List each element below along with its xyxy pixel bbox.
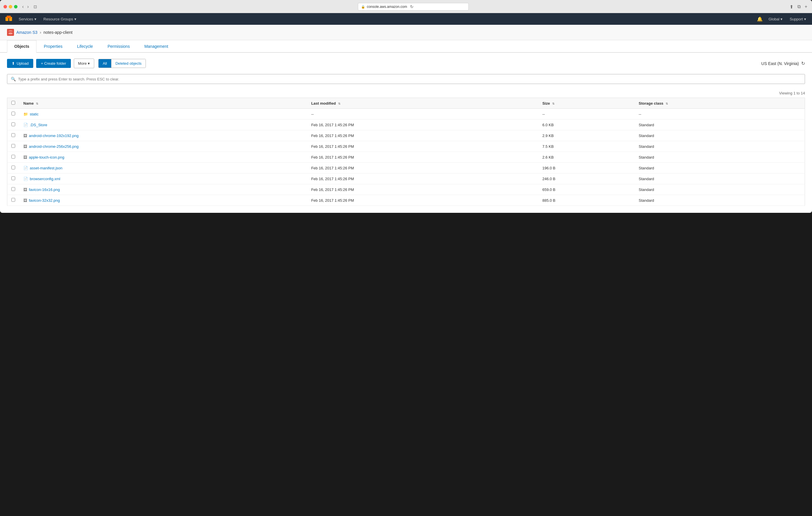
row-checkbox[interactable] bbox=[11, 122, 15, 126]
file-icon: 📄 bbox=[23, 166, 28, 170]
last-modified-cell: Feb 16, 2017 1:45:26 PM bbox=[307, 174, 539, 184]
row-checkbox[interactable] bbox=[11, 176, 15, 180]
tab-permissions[interactable]: Permissions bbox=[100, 40, 137, 53]
storage-class-column-header: Storage class ⇅ bbox=[635, 98, 805, 109]
services-nav-item[interactable]: Services ▾ bbox=[18, 13, 38, 25]
table-header-row: Name ⇅ Last modified ⇅ Size ⇅ Storage cl… bbox=[7, 98, 805, 109]
tab-lifecycle[interactable]: Lifecycle bbox=[70, 40, 100, 53]
action-bar: ⬆ Upload + Create folder More ▾ All Dele… bbox=[0, 53, 812, 74]
viewing-info: Viewing 1 to 14 bbox=[7, 89, 805, 98]
file-icon: 📄 bbox=[23, 123, 28, 127]
file-name-link[interactable]: asset-manifest.json bbox=[30, 166, 62, 170]
name-column-header: Name ⇅ bbox=[19, 98, 307, 109]
add-button[interactable]: + bbox=[804, 4, 809, 10]
row-checkbox[interactable] bbox=[11, 187, 15, 191]
last-modified-sort-icon[interactable]: ⇅ bbox=[338, 102, 340, 105]
file-name-link[interactable]: favicon-32x32.png bbox=[29, 198, 60, 203]
support-nav-item[interactable]: Support ▾ bbox=[788, 13, 807, 25]
svg-rect-2 bbox=[7, 16, 11, 18]
notifications-bell-icon[interactable]: 🔔 bbox=[757, 16, 763, 22]
filter-all-button[interactable]: All bbox=[98, 59, 111, 68]
support-label: Support bbox=[789, 17, 803, 21]
last-modified-cell: -- bbox=[307, 109, 539, 120]
search-icon: 🔍 bbox=[11, 77, 16, 81]
minimize-button[interactable] bbox=[9, 5, 12, 8]
lock-icon: 🔒 bbox=[361, 5, 365, 9]
objects-table: Name ⇅ Last modified ⇅ Size ⇅ Storage cl… bbox=[7, 98, 805, 206]
row-checkbox[interactable] bbox=[11, 144, 15, 148]
s3-logo-icon bbox=[7, 29, 14, 36]
forward-button[interactable]: › bbox=[26, 4, 30, 9]
tabs-bar: Objects Properties Lifecycle Permissions… bbox=[0, 40, 812, 53]
size-cell: 6.0 KB bbox=[538, 120, 634, 130]
size-cell: 246.0 B bbox=[538, 174, 634, 184]
url-text: console.aws.amazon.com bbox=[367, 5, 407, 9]
table-row: 📄.DS_StoreFeb 16, 2017 1:45:26 PM6.0 KBS… bbox=[7, 120, 805, 130]
global-nav-item[interactable]: Global ▾ bbox=[767, 13, 784, 25]
breadcrumb-separator: › bbox=[40, 30, 41, 35]
table-row: 🖼android-chrome-192x192.pngFeb 16, 2017 … bbox=[7, 130, 805, 141]
file-name-link[interactable]: .DS_Store bbox=[30, 123, 47, 127]
services-chevron-icon: ▾ bbox=[34, 17, 36, 21]
maximize-button[interactable] bbox=[14, 5, 18, 8]
last-modified-cell: Feb 16, 2017 1:45:26 PM bbox=[307, 141, 539, 152]
svg-point-6 bbox=[8, 33, 12, 34]
upload-icon: ⬆ bbox=[12, 61, 15, 66]
table-row: 🖼favicon-16x16.pngFeb 16, 2017 1:45:26 P… bbox=[7, 184, 805, 195]
storage-class-cell: -- bbox=[635, 109, 805, 120]
close-button[interactable] bbox=[3, 5, 7, 8]
resource-groups-nav-item[interactable]: Resource Groups ▾ bbox=[42, 13, 78, 25]
size-cell: 885.0 B bbox=[538, 195, 634, 206]
size-cell: 659.0 B bbox=[538, 184, 634, 195]
last-modified-cell: Feb 16, 2017 1:45:26 PM bbox=[307, 120, 539, 130]
window-control-button[interactable]: ⊡ bbox=[32, 4, 38, 9]
file-name-link[interactable]: favicon-16x16.png bbox=[29, 187, 60, 192]
row-checkbox[interactable] bbox=[11, 155, 15, 159]
filter-group: All Deleted objects bbox=[98, 59, 146, 68]
last-modified-cell: Feb 16, 2017 1:45:26 PM bbox=[307, 184, 539, 195]
breadcrumb: Amazon S3 › notes-app-client bbox=[0, 25, 812, 40]
refresh-icon[interactable]: ↻ bbox=[801, 61, 805, 66]
size-sort-icon[interactable]: ⇅ bbox=[552, 102, 554, 105]
s3-breadcrumb-link[interactable]: Amazon S3 bbox=[16, 30, 37, 35]
storage-class-sort-icon[interactable]: ⇅ bbox=[666, 102, 668, 105]
select-all-checkbox[interactable] bbox=[11, 101, 15, 105]
storage-class-cell: Standard bbox=[635, 174, 805, 184]
global-chevron-icon: ▾ bbox=[781, 17, 783, 21]
more-chevron-icon: ▾ bbox=[88, 61, 90, 66]
last-modified-cell: Feb 16, 2017 1:45:26 PM bbox=[307, 152, 539, 163]
filter-deleted-button[interactable]: Deleted objects bbox=[111, 59, 146, 68]
image-file-icon: 🖼 bbox=[23, 187, 27, 192]
new-tab-button[interactable]: ⧉ bbox=[796, 4, 802, 10]
file-name-link[interactable]: static bbox=[30, 112, 38, 116]
file-name-link[interactable]: browserconfig.xml bbox=[30, 177, 60, 181]
file-icon: 📄 bbox=[23, 177, 28, 181]
size-cell: 7.5 KB bbox=[538, 141, 634, 152]
more-button[interactable]: More ▾ bbox=[74, 59, 94, 68]
size-cell: -- bbox=[538, 109, 634, 120]
create-folder-button[interactable]: + Create folder bbox=[36, 59, 70, 68]
table-row: 🖼favicon-32x32.pngFeb 16, 2017 1:45:26 P… bbox=[7, 195, 805, 206]
tab-objects[interactable]: Objects bbox=[7, 40, 36, 53]
tab-properties[interactable]: Properties bbox=[36, 40, 70, 53]
row-checkbox[interactable] bbox=[11, 133, 15, 137]
row-checkbox[interactable] bbox=[11, 112, 15, 116]
name-sort-icon[interactable]: ⇅ bbox=[36, 102, 38, 105]
search-input[interactable] bbox=[18, 77, 801, 81]
global-label: Global bbox=[768, 17, 780, 21]
back-button[interactable]: ‹ bbox=[21, 4, 25, 9]
row-checkbox[interactable] bbox=[11, 198, 15, 202]
file-name-link[interactable]: android-chrome-192x192.png bbox=[29, 133, 79, 138]
file-name-link[interactable]: android-chrome-256x256.png bbox=[29, 144, 79, 149]
region-label: US East (N. Virginia) bbox=[761, 61, 799, 66]
file-name-link[interactable]: apple-touch-icon.png bbox=[29, 155, 64, 159]
storage-class-cell: Standard bbox=[635, 152, 805, 163]
tab-management[interactable]: Management bbox=[137, 40, 176, 53]
share-button[interactable]: ⬆ bbox=[788, 4, 794, 10]
objects-table-container: Viewing 1 to 14 Name ⇅ Last modified ⇅ bbox=[0, 89, 812, 213]
reload-button[interactable]: ↻ bbox=[410, 4, 413, 9]
search-bar: 🔍 bbox=[7, 74, 805, 84]
bucket-name-breadcrumb: notes-app-client bbox=[44, 30, 72, 35]
upload-button[interactable]: ⬆ Upload bbox=[7, 59, 33, 68]
row-checkbox[interactable] bbox=[11, 165, 15, 170]
